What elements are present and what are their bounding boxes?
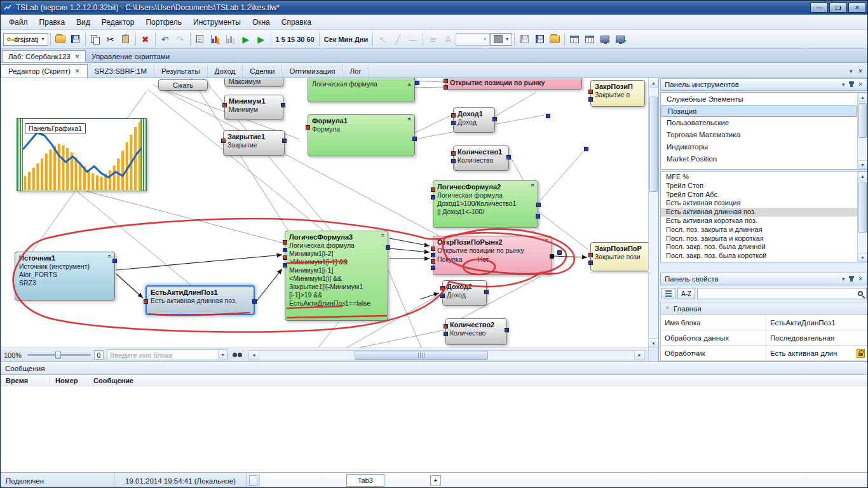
output-port[interactable]	[484, 290, 489, 294]
toolbox-item[interactable]: Есть активная длинная поз.	[661, 208, 857, 217]
output-port[interactable]	[282, 139, 287, 143]
tab-results[interactable]: Результаты	[154, 64, 208, 78]
canvas-hscrollbar[interactable]: ◂ ▸	[248, 350, 645, 360]
undo-button[interactable]: ↶	[158, 32, 173, 47]
block-quantity2[interactable]: Количество2 Количество	[445, 318, 507, 345]
tab-log[interactable]: Лог	[343, 64, 369, 78]
block-has-long-position1[interactable]: ЕстьАктиДлинПоз1 Есть активная длинная п…	[146, 285, 255, 315]
block-compress[interactable]: Сжать	[158, 79, 208, 91]
input-port[interactable]	[451, 113, 456, 118]
collapse-icon[interactable]: «	[544, 239, 551, 243]
canvas-vscrollbar[interactable]: ▲ ▼	[648, 78, 658, 348]
table-view-button[interactable]	[582, 32, 597, 47]
output-port[interactable]	[505, 328, 509, 332]
input-port[interactable]	[451, 159, 456, 163]
input-port[interactable]	[588, 253, 593, 257]
script-button[interactable]	[193, 32, 208, 47]
input-port[interactable]	[283, 255, 287, 260]
input-port[interactable]	[221, 139, 226, 143]
input-port[interactable]	[431, 266, 435, 270]
property-value[interactable]: ЕстьАктиДлинПоз1	[766, 315, 867, 330]
toolbox-item[interactable]: Трейл Стоп	[661, 182, 857, 191]
property-row[interactable]: Обработка данных Последовательная	[661, 330, 867, 346]
scroll-up-button[interactable]: ▲	[858, 93, 867, 102]
properties-section[interactable]: ^ Главная	[660, 302, 868, 315]
input-port[interactable]	[440, 286, 445, 290]
input-port[interactable]	[283, 248, 287, 252]
block-open-position-by-market2[interactable]: ОткрПозиПоРынк2 Открытие позиции по рынк…	[433, 236, 552, 275]
block-logic-formula-top[interactable]: Логическая формула «	[308, 78, 415, 102]
zoom-slider[interactable]	[27, 354, 91, 356]
output-port[interactable]	[492, 117, 497, 121]
menu-item[interactable]: Портфель	[140, 15, 187, 29]
input-port[interactable]	[451, 121, 456, 125]
script-canvas[interactable]: ПанельГрафика1 Сжать Максимум Логическая…	[1, 78, 648, 348]
scroll-track[interactable]	[649, 88, 658, 338]
categorize-button[interactable]	[661, 288, 675, 299]
pin-icon[interactable]	[850, 82, 853, 87]
timeframe-units[interactable]: Сек Мин Дни	[322, 36, 371, 43]
block-close-position-top[interactable]: ЗакрПозиП Закрытие п	[590, 80, 645, 107]
close-icon[interactable]: ✕	[858, 81, 863, 88]
scroll-thumb[interactable]	[858, 103, 867, 138]
open-folder-button[interactable]	[547, 32, 562, 47]
collapse-icon[interactable]: «	[380, 234, 387, 238]
input-port[interactable]	[144, 299, 148, 304]
step-run-button[interactable]: ▶	[254, 32, 269, 47]
input-port[interactable]	[431, 247, 435, 251]
toolbox-category[interactable]: Пользовательские	[661, 117, 857, 129]
export-chart-button[interactable]	[223, 32, 238, 47]
block-income2[interactable]: Доход2 Доход	[442, 280, 487, 306]
block-chart-panel[interactable]: ПанельГрафика1	[17, 118, 147, 191]
close-icon[interactable]: ✕	[75, 68, 80, 74]
monitor-check-button[interactable]	[613, 32, 628, 47]
toolbox-category[interactable]: Торговая Математика	[661, 129, 857, 141]
copy-button[interactable]	[88, 32, 103, 47]
menu-item[interactable]: Правка	[34, 15, 71, 29]
scroll-up-button[interactable]: ▲	[649, 78, 658, 88]
messages-column-header[interactable]: Время	[1, 375, 50, 386]
run-button[interactable]: ▶	[238, 32, 254, 47]
input-port[interactable]	[440, 294, 445, 298]
block-formula1[interactable]: Формула1 Формула «	[308, 114, 415, 156]
save-image-button[interactable]	[532, 32, 547, 47]
scroll-left-button[interactable]: ◂	[249, 351, 259, 360]
menu-item[interactable]: Вид	[71, 15, 96, 29]
chevron-down-icon[interactable]: ▾	[842, 276, 845, 282]
input-port[interactable]	[588, 97, 593, 102]
status-grip-button[interactable]	[249, 475, 257, 486]
output-port[interactable]	[536, 214, 540, 219]
caret-up-icon[interactable]: ^	[661, 306, 674, 312]
paste-button[interactable]	[118, 32, 133, 47]
collapse-icon[interactable]: «	[530, 184, 537, 187]
cut-button[interactable]: ✂	[103, 32, 118, 47]
font-selector[interactable]: ▾	[456, 33, 490, 46]
close-icon[interactable]: ✕	[858, 276, 863, 282]
close-button[interactable]: ✕	[848, 3, 866, 13]
wire-junction[interactable]	[536, 203, 541, 207]
scroll-track[interactable]	[858, 102, 867, 160]
input-port[interactable]	[444, 324, 448, 329]
output-port[interactable]	[506, 155, 511, 159]
input-port[interactable]	[431, 187, 435, 192]
input-port[interactable]	[444, 85, 448, 90]
toolbox-item[interactable]: Есть активная короткая поз.	[661, 217, 857, 226]
scroll-down-button[interactable]: ▼	[858, 253, 867, 262]
timeframe-presets[interactable]: 1 5 15 30 60	[273, 36, 317, 43]
scroll-track[interactable]	[858, 180, 867, 253]
input-port[interactable]	[444, 332, 448, 336]
block-search-input[interactable]	[110, 351, 218, 359]
open-button[interactable]	[53, 32, 68, 47]
input-port[interactable]	[588, 90, 593, 94]
tab-editor-script[interactable]: Редактор (Скрипт) ✕	[1, 64, 88, 78]
tab-trades[interactable]: Сделки	[243, 64, 282, 78]
property-row[interactable]: Имя блока ЕстьАктиДлинПоз1	[661, 315, 867, 330]
tab-lab-sberbank[interactable]: Лаб: Сбербанк123 ✕	[2, 50, 86, 62]
scroll-down-button[interactable]: ▼	[858, 160, 867, 169]
menu-item[interactable]: Окна	[247, 15, 276, 29]
tab-tab3[interactable]: Tab3	[346, 474, 384, 487]
tab-optimization[interactable]: Оптимизация	[282, 64, 342, 78]
output-port[interactable]	[386, 245, 390, 250]
menu-item[interactable]: Инструменты	[187, 15, 247, 29]
messages-column-header[interactable]: Сообщение	[88, 375, 868, 386]
